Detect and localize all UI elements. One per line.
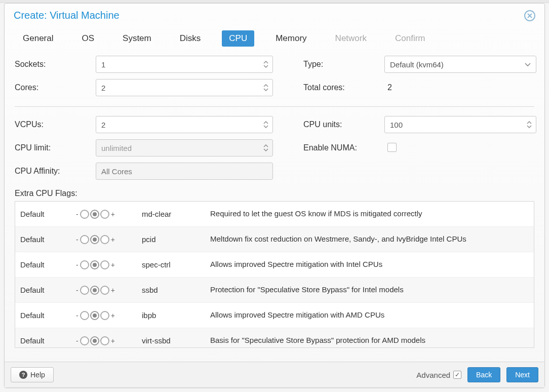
- flag-name: spec-ctrl: [142, 260, 210, 269]
- flag-row: Default-+virt-ssbdBasis for "Speculative…: [15, 328, 534, 348]
- dialog-content: Sockets: Type: Cores:: [5, 47, 544, 362]
- section-divider: [15, 106, 534, 107]
- close-icon: [527, 13, 533, 19]
- tristate-default[interactable]: [90, 311, 99, 320]
- flag-tristate[interactable]: -+: [76, 260, 142, 269]
- minus-icon: -: [76, 236, 79, 244]
- tristate-on[interactable]: [100, 210, 109, 219]
- spinner-icon[interactable]: [263, 59, 269, 69]
- help-icon: ?: [19, 371, 27, 379]
- plus-icon: +: [111, 311, 115, 320]
- tristate-off[interactable]: [80, 336, 89, 345]
- flag-row: Default-+ssbdProtection for "Speculative…: [15, 278, 534, 303]
- cores-label: Cores:: [15, 83, 96, 92]
- tristate-on[interactable]: [100, 286, 109, 295]
- flag-tristate[interactable]: -+: [76, 210, 142, 219]
- flag-state: Default: [20, 260, 76, 269]
- tristate-off[interactable]: [80, 210, 89, 219]
- tristate-off[interactable]: [80, 311, 89, 320]
- flag-name: ssbd: [142, 286, 210, 294]
- flag-name: md-clear: [142, 210, 210, 218]
- flag-state: Default: [20, 311, 76, 320]
- minus-icon: -: [76, 210, 79, 218]
- close-button[interactable]: [524, 10, 535, 21]
- tab-general[interactable]: General: [16, 30, 60, 47]
- tab-os[interactable]: OS: [74, 30, 101, 47]
- plus-icon: +: [111, 236, 115, 244]
- tristate-default[interactable]: [90, 210, 99, 219]
- plus-icon: +: [111, 337, 115, 345]
- cpu-form-advanced: VCPUs: CPU units: CPU limit:: [15, 116, 534, 180]
- flag-tristate[interactable]: -+: [76, 235, 142, 244]
- sockets-field[interactable]: [101, 60, 267, 69]
- cpu-limit-input[interactable]: [96, 139, 273, 156]
- minus-icon: -: [76, 311, 79, 320]
- enable-numa-checkbox[interactable]: [387, 143, 397, 152]
- sockets-input[interactable]: [96, 56, 273, 73]
- tab-network: Network: [328, 30, 374, 47]
- flag-desc: Required to let the guest OS know if MDS…: [210, 209, 529, 219]
- spinner-icon[interactable]: [263, 143, 269, 153]
- flag-row: Default-+pcidMeltdown fix cost reduction…: [15, 227, 534, 252]
- tristate-default[interactable]: [90, 336, 99, 345]
- tristate-on[interactable]: [100, 260, 109, 269]
- extra-cpu-flags-label: Extra CPU Flags:: [15, 189, 534, 198]
- help-label: Help: [30, 371, 45, 379]
- advanced-toggle[interactable]: Advanced ✓: [416, 371, 461, 379]
- advanced-checkbox[interactable]: ✓: [453, 371, 461, 379]
- tristate-on[interactable]: [100, 311, 109, 320]
- cpu-affinity-input[interactable]: [96, 163, 273, 180]
- flag-desc: Basis for "Speculative Store Bypass" pro…: [210, 335, 529, 345]
- chevron-down-icon: [525, 60, 531, 68]
- flags-container: Default-+md-clearRequired to let the gue…: [15, 201, 534, 362]
- plus-icon: +: [111, 210, 115, 218]
- minus-icon: -: [76, 337, 79, 345]
- vcpus-field[interactable]: [101, 121, 267, 129]
- cores-input[interactable]: [96, 79, 273, 96]
- flag-name: virt-ssbd: [142, 336, 210, 345]
- cpu-affinity-field[interactable]: [101, 167, 267, 176]
- minus-icon: -: [76, 261, 79, 269]
- tristate-on[interactable]: [100, 235, 109, 244]
- flag-tristate[interactable]: -+: [76, 336, 142, 345]
- type-label: Type:: [303, 60, 384, 69]
- cpu-limit-field[interactable]: [101, 144, 267, 152]
- total-cores-label: Total cores:: [303, 83, 384, 92]
- tristate-off[interactable]: [80, 260, 89, 269]
- type-select[interactable]: [384, 56, 536, 73]
- flag-state: Default: [20, 336, 76, 345]
- flag-desc: Meltdown fix cost reduction on Westmere,…: [210, 234, 529, 244]
- tab-memory[interactable]: Memory: [268, 30, 313, 47]
- flag-row: Default-+spec-ctrlAllows improved Spectr…: [15, 252, 534, 278]
- flags-table[interactable]: Default-+md-clearRequired to let the gue…: [15, 201, 534, 348]
- tab-confirm: Confirm: [388, 30, 433, 47]
- cpu-units-field[interactable]: [390, 121, 531, 129]
- tristate-off[interactable]: [80, 286, 89, 295]
- cpu-units-input[interactable]: [384, 116, 536, 133]
- tristate-default[interactable]: [90, 235, 99, 244]
- help-button[interactable]: ? Help: [11, 367, 54, 382]
- tab-disks[interactable]: Disks: [173, 30, 208, 47]
- back-button[interactable]: Back: [467, 367, 500, 382]
- spinner-icon[interactable]: [527, 120, 533, 130]
- flag-row: Default-+md-clearRequired to let the gue…: [15, 202, 534, 227]
- tab-system[interactable]: System: [115, 30, 159, 47]
- flag-tristate[interactable]: -+: [76, 311, 142, 320]
- flag-state: Default: [20, 235, 76, 244]
- tab-cpu[interactable]: CPU: [222, 30, 254, 47]
- type-field[interactable]: [390, 60, 531, 69]
- cores-field[interactable]: [101, 84, 267, 92]
- cpu-limit-label: CPU limit:: [15, 143, 96, 152]
- flag-tristate[interactable]: -+: [76, 286, 142, 295]
- tristate-on[interactable]: [100, 336, 109, 345]
- tristate-default[interactable]: [90, 286, 99, 295]
- tristate-off[interactable]: [80, 235, 89, 244]
- minus-icon: -: [76, 286, 79, 294]
- spinner-icon[interactable]: [263, 120, 269, 130]
- spinner-icon[interactable]: [263, 83, 269, 93]
- next-button[interactable]: Next: [506, 367, 538, 382]
- flag-state: Default: [20, 286, 76, 294]
- vcpus-input[interactable]: [96, 116, 273, 133]
- plus-icon: +: [111, 261, 115, 269]
- tristate-default[interactable]: [90, 260, 99, 269]
